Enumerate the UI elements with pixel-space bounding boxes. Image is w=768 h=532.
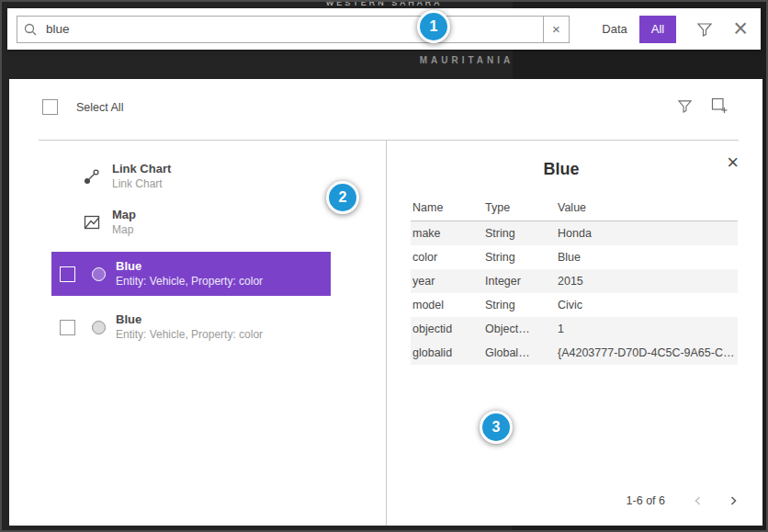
detail-panel: Blue × Name Type Value make String Honda…	[387, 140, 762, 526]
table-row: color String Blue	[411, 245, 738, 269]
cell-value: Honda	[556, 227, 738, 240]
map-label-western-sahara: WESTERN SAHARA	[2, 0, 766, 7]
entity-circle-icon	[92, 321, 106, 334]
select-all-row: Select All	[42, 99, 123, 115]
link-chart-icon	[83, 167, 101, 186]
cell-type: Global…	[483, 346, 556, 359]
item-subtitle: Map	[112, 223, 136, 237]
filter-results-icon[interactable]	[677, 98, 693, 114]
select-all-checkbox[interactable]	[42, 99, 58, 115]
filter-icon[interactable]	[696, 21, 713, 38]
next-page-icon[interactable]	[728, 495, 739, 506]
close-search-icon[interactable]: ×	[733, 17, 748, 41]
table-row: model String Civic	[411, 293, 738, 317]
item-title: Map	[112, 208, 136, 222]
table-header-row: Name Type Value	[411, 195, 738, 221]
app-window: WESTERN SAHARA MAURITANIA × Data All × S…	[0, 0, 768, 532]
item-title: Link Chart	[112, 162, 171, 176]
annotation-badge-3: 3	[480, 411, 513, 444]
entity-circle-icon	[92, 267, 106, 281]
search-results-panel: Select All Link Chart Link Chart	[9, 79, 762, 526]
search-input[interactable]	[44, 21, 537, 37]
list-item-link-chart[interactable]: Link Chart Link Chart	[51, 160, 331, 193]
cell-name: color	[411, 251, 483, 264]
cell-name: globalid	[411, 346, 483, 359]
search-input-wrapper	[17, 16, 544, 43]
item-title: Blue	[116, 259, 263, 274]
column-header-name: Name	[411, 201, 483, 214]
cell-type: String	[483, 227, 556, 240]
map-icon	[83, 213, 101, 232]
detail-title: Blue	[387, 160, 736, 179]
cell-name: year	[411, 275, 483, 288]
table-row: make String Honda	[411, 221, 738, 245]
page-range-label: 1-6 of 6	[627, 494, 665, 507]
cell-value: 2015	[556, 275, 738, 288]
annotation-badge-2: 2	[326, 181, 359, 214]
pagination: 1-6 of 6	[627, 494, 739, 507]
clear-search-button[interactable]: ×	[544, 16, 570, 43]
cell-value: Blue	[556, 251, 738, 264]
detail-close-icon[interactable]: ×	[727, 153, 739, 173]
list-item-blue-selected[interactable]: Blue Entity: Vehicle, Property: color	[51, 252, 331, 296]
cell-value: Civic	[556, 299, 738, 311]
cell-name: model	[411, 299, 483, 311]
cell-type: String	[483, 299, 556, 311]
column-header-type: Type	[483, 201, 556, 214]
item-subtitle: Entity: Vehicle, Property: color	[116, 275, 263, 289]
cell-type: String	[483, 251, 556, 264]
item-title: Blue	[116, 312, 263, 327]
item-subtitle: Entity: Vehicle, Property: color	[116, 328, 263, 342]
cell-value: {A4203777-D70D-4C5C-9A65-C…	[556, 346, 738, 359]
all-filter-button[interactable]: All	[639, 16, 676, 43]
annotation-badge-1: 1	[417, 10, 450, 43]
item-checkbox[interactable]	[60, 320, 75, 335]
cell-name: objectid	[411, 323, 483, 335]
list-item-blue[interactable]: Blue Entity: Vehicle, Property: color	[51, 305, 331, 349]
results-list: Link Chart Link Chart Map Map Blue Enti	[51, 160, 331, 362]
list-item-map[interactable]: Map Map	[51, 206, 331, 239]
select-all-label: Select All	[76, 101, 123, 114]
data-filter-button[interactable]: Data	[590, 16, 638, 43]
search-toolbar: × Data All ×	[7, 8, 761, 50]
cell-type: Object…	[483, 323, 556, 335]
column-header-value: Value	[556, 201, 738, 214]
search-icon	[23, 22, 38, 37]
add-to-new-icon[interactable]	[711, 97, 728, 114]
table-row: objectid Object… 1	[411, 317, 738, 341]
cell-value: 1	[556, 323, 738, 335]
table-row: year Integer 2015	[411, 269, 738, 293]
table-row: globalid Global… {A4203777-D70D-4C5C-9A6…	[411, 341, 738, 365]
properties-table: Name Type Value make String Honda color …	[411, 195, 738, 365]
prev-page-icon[interactable]	[693, 495, 704, 506]
cell-name: make	[411, 227, 483, 240]
panel-actions	[677, 97, 728, 114]
map-label-mauritania: MAURITANIA	[167, 55, 766, 65]
cell-type: Integer	[483, 275, 556, 288]
item-subtitle: Link Chart	[112, 177, 171, 191]
item-checkbox[interactable]	[60, 266, 75, 282]
toolbar-right-group: Data All ×	[590, 16, 748, 43]
